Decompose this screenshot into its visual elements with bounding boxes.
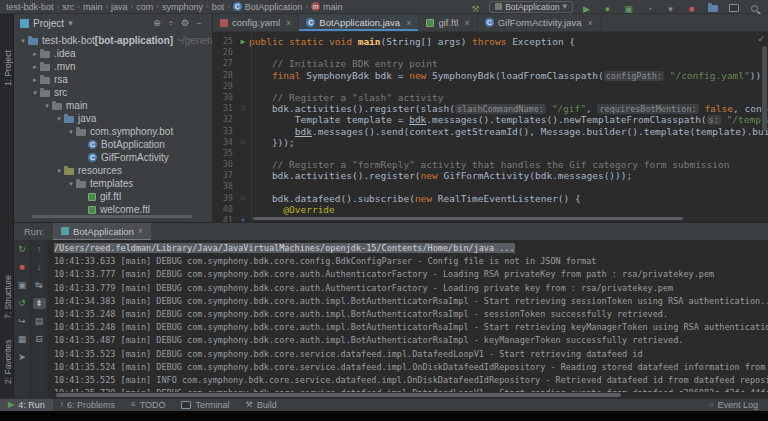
folder-icon (76, 181, 86, 188)
breadcrumb-separator: › (57, 2, 60, 11)
console-horizontal-scrollbar[interactable] (56, 393, 621, 397)
breadcrumb-item-bot[interactable]: bot (212, 2, 225, 12)
close-tab-icon[interactable]: × (588, 18, 593, 28)
run-config-selector[interactable]: BotApplication ▾ (489, 1, 573, 13)
chevron-down-icon[interactable]: ▾ (66, 180, 76, 188)
clear-all-icon[interactable]: ⊟ (33, 334, 46, 345)
run-console[interactable]: /Users/reed.feldman/Library/Java/JavaVir… (54, 242, 768, 392)
chevron-down-icon[interactable]: ▾ (30, 89, 40, 97)
project-panel: Project ▾ ⊕÷⚙− ▾test-bdk-bot [bot-applic… (14, 14, 213, 222)
console-line-text: 10:41:34.383 [main] DEBUG com.symphony.b… (54, 296, 768, 306)
project-horizontal-scrollbar[interactable] (32, 215, 192, 218)
toolwindow-stripe-structure[interactable]: 7: Structure (3, 275, 13, 319)
tree-item-gifformactivity[interactable]: CGifFormActivity (14, 151, 212, 164)
breadcrumb-item-botapplication[interactable]: CBotApplication (233, 2, 303, 12)
chevron-down-icon[interactable]: ▾ (42, 102, 52, 110)
tree-item-com-symphony-bot[interactable]: ▾com.symphony.bot (14, 125, 212, 138)
breadcrumb-item-main[interactable]: main (83, 2, 103, 12)
editor-tab-botapplication-java[interactable]: CBotApplication.java× (299, 14, 419, 31)
chevron-right-icon[interactable]: ▸ (30, 63, 40, 71)
code-line: 34○ })); (213, 137, 768, 148)
tree-item-idea[interactable]: ▸.idea (14, 47, 212, 60)
console-line-text: /Users/reed.feldman/Library/Java/JavaVir… (54, 243, 515, 253)
toolwindow-button-6-problems[interactable]: !6: Problems (53, 399, 123, 412)
code-text: // Initialize BDK entry point (249, 58, 768, 69)
soft-wrap-icon[interactable]: ↹ (33, 280, 46, 291)
dump-threads-icon[interactable]: ▣ (16, 280, 29, 291)
down-stack-icon[interactable]: ↓ (33, 262, 46, 273)
folder-icon (40, 90, 50, 97)
close-tab-icon[interactable]: × (286, 18, 291, 28)
editor-tab-config-yaml[interactable]: config.yaml× (213, 14, 299, 31)
editor-tab-gifformactivity-java[interactable]: CGifFormActivity.java× (478, 14, 601, 31)
toolwindow-stripe-project[interactable]: 1: Project (3, 50, 13, 86)
chevron-down-icon[interactable]: ▾ (18, 37, 28, 45)
breadcrumb-item-java[interactable]: java (111, 2, 128, 12)
tree-item-botapplication[interactable]: CBotApplication (14, 138, 212, 151)
console-line: 10:41:35.524 [main] DEBUG com.symphony.b… (54, 361, 768, 374)
tree-item-resources[interactable]: ▾resources (14, 164, 212, 177)
chevron-down-icon[interactable]: ▾ (66, 128, 76, 136)
editor-tab-gif-ftl[interactable]: gif.ftl× (419, 14, 477, 31)
breadcrumb-item-symphony[interactable]: symphony (162, 2, 203, 12)
folder-icon (40, 64, 50, 71)
event-log-button[interactable]: ○ Event Log (709, 400, 768, 410)
layout-icon[interactable]: ▦ (16, 334, 29, 345)
close-tab-icon[interactable]: × (464, 18, 469, 28)
code-token: "/config.yaml" (670, 70, 750, 81)
breadcrumb-item-com[interactable]: com (136, 2, 153, 12)
close-tab-icon[interactable]: × (406, 18, 411, 28)
tree-item-test-bdk-bot[interactable]: ▾test-bdk-bot [bot-application]~/generat… (14, 34, 212, 47)
code-editor[interactable]: 25▶public static void main(String[] args… (213, 32, 768, 222)
tree-item-src[interactable]: ▾src (14, 86, 212, 99)
toolwindow-button-build[interactable]: ⚒Build (237, 399, 284, 412)
breadcrumb-item-test-bdk-bot[interactable]: test-bdk-bot (6, 2, 54, 12)
code-text: final SymphonyBdk bdk = new SymphonyBdk(… (249, 70, 768, 81)
hide-panel-icon[interactable]: − (192, 18, 206, 28)
collapse-all-icon[interactable]: ÷ (164, 18, 178, 28)
print-icon[interactable]: ▤ (33, 316, 46, 327)
toolwindow-button-todo[interactable]: ≡TODO (123, 399, 174, 412)
project-panel-title[interactable]: Project ▾ (20, 18, 150, 29)
tree-item-label: resources (78, 165, 122, 176)
gc-icon[interactable]: ↺ (16, 298, 29, 309)
tree-item-templates[interactable]: ▾templates (14, 177, 212, 190)
toolwindow-button-4-run[interactable]: ▶4: Run (0, 399, 53, 412)
tree-item-rsa[interactable]: ▸rsa (14, 73, 212, 86)
tree-item-java[interactable]: ▾java (14, 112, 212, 125)
exit-icon[interactable]: ↪ (16, 316, 29, 327)
console-line-text: 10:41:33.779 [main] DEBUG com.symphony.b… (54, 283, 673, 293)
run-tab[interactable]: BotApplication × (53, 223, 151, 240)
breadcrumb-item-src[interactable]: src (62, 2, 74, 12)
gutter-marker (237, 148, 249, 159)
gear-icon[interactable]: ⚙ (178, 18, 192, 28)
scroll-to-end-icon[interactable]: ⇟ (33, 298, 46, 309)
chevron-down-icon[interactable]: ▾ (54, 167, 64, 175)
line-number: 28 (213, 70, 237, 81)
run-line-icon[interactable]: ▶ (237, 36, 249, 47)
console-toolbar: ↑↓↹⇟▤⊟ (31, 240, 48, 398)
up-stack-icon[interactable]: ↑ (33, 244, 46, 255)
toolwindow-stripe-favorites[interactable]: 2: Favorites (3, 340, 13, 384)
tree-item-gif-ftl[interactable]: gif.ftl (14, 190, 212, 203)
stop-icon[interactable]: ■ (16, 262, 29, 273)
chevron-right-icon[interactable]: ▸ (30, 76, 40, 84)
tree-item-main[interactable]: ▾main (14, 99, 212, 112)
rerun-icon[interactable]: ↻ (16, 244, 29, 255)
search-icon-glyph (751, 5, 758, 12)
ftl-file-icon (88, 193, 96, 201)
code-token: .messages().send(context.getStreamId(), … (312, 126, 768, 137)
tree-item-label: gif.ftl (100, 191, 121, 202)
editor-horizontal-scrollbar[interactable] (253, 217, 683, 220)
toolwindow-button-terminal[interactable]: Terminal (173, 399, 237, 412)
close-icon[interactable]: × (138, 226, 143, 236)
chevron-down-icon[interactable]: ▾ (54, 115, 64, 123)
chevron-right-icon[interactable]: ▸ (30, 50, 40, 58)
tree-item-path-label: ~/generated-bo (176, 35, 212, 46)
code-token: @Override (283, 204, 334, 215)
editor-vertical-scrollbar[interactable] (762, 46, 767, 131)
locate-icon[interactable]: ⊕ (150, 18, 164, 28)
pin-icon[interactable]: ➤ (16, 352, 29, 363)
tree-item-mvn[interactable]: ▸.mvn (14, 60, 212, 73)
breadcrumb-item-main[interactable]: mmain (311, 2, 343, 12)
